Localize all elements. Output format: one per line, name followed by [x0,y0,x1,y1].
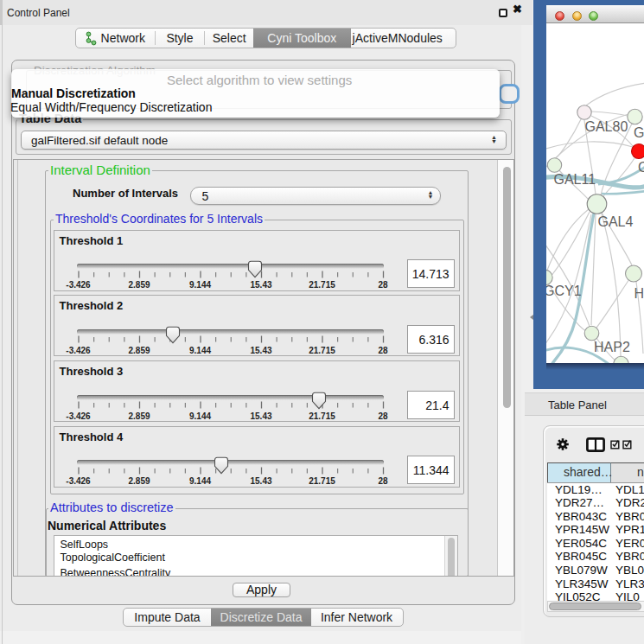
svg-text:GAL11: GAL11 [554,172,596,187]
svg-text:C: C [638,160,644,175]
svg-text:H: H [634,286,644,301]
svg-text:GAL80: GAL80 [585,119,628,134]
svg-text:GCY1: GCY1 [546,284,582,298]
svg-text:HAP2: HAP2 [594,340,630,354]
svg-text:GA: GA [634,125,644,140]
svg-text:GAL4: GAL4 [598,214,634,229]
